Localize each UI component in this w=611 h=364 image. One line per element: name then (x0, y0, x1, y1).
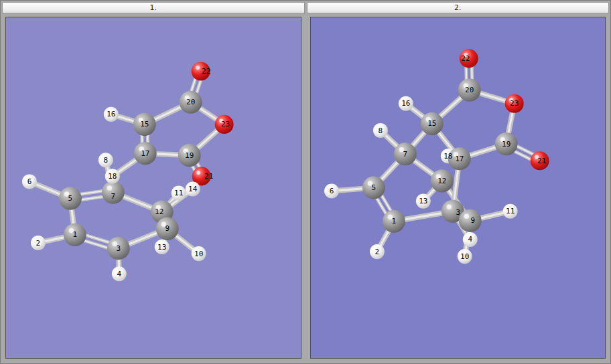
atom-label-8: 8 (104, 156, 109, 165)
atom-label-15: 15 (140, 120, 149, 128)
atom-label-16: 16 (401, 99, 410, 108)
atom-label-19: 19 (185, 151, 194, 160)
atom-label-2: 2 (36, 238, 41, 247)
panel-2-viewport[interactable]: 51712391518171920222321621681341011 (310, 17, 606, 359)
atom-label-9: 9 (470, 216, 475, 225)
atom-label-17: 17 (455, 155, 464, 163)
atom-label-12: 12 (155, 207, 163, 216)
atom-label-2: 2 (375, 248, 379, 256)
atom-label-22: 22 (461, 54, 470, 63)
atom-label-1: 1 (73, 230, 78, 239)
atom-label-20: 20 (465, 86, 474, 94)
panel-2-titlebar[interactable]: 2. (307, 2, 610, 13)
atom-label-18: 18 (444, 152, 452, 161)
atom-label-3: 3 (117, 244, 121, 253)
atom-label-16: 16 (107, 110, 115, 118)
app-window: 1. 5137129151720192223216241681813101114… (0, 0, 611, 364)
atom-label-1: 1 (391, 217, 396, 225)
atom-label-21: 21 (204, 172, 213, 181)
atom-label-21: 21 (537, 157, 545, 165)
atom-label-10: 10 (194, 250, 203, 258)
atom-label-23: 23 (510, 99, 519, 108)
panel-1-viewport-frame: 5137129151720192223216241681813101114 (2, 13, 305, 362)
atom-label-7: 7 (111, 192, 116, 201)
panel-2-title: 2. (454, 3, 462, 12)
panel-1-viewport[interactable]: 5137129151720192223216241681813101114 (5, 17, 301, 359)
specular-highlight (464, 214, 468, 219)
atom-label-9: 9 (165, 224, 169, 233)
atom-label-13: 13 (419, 197, 427, 205)
panel-2: 2. 51712391518171920222321621681341011 (307, 2, 610, 362)
atom-label-22: 22 (202, 67, 210, 76)
atom-label-23: 23 (221, 120, 230, 128)
atom-label-11: 11 (174, 189, 183, 197)
molecule-view-2[interactable]: 51712391518171920222321621681341011 (311, 17, 606, 358)
atom-label-14: 14 (188, 185, 198, 193)
specular-highlight (196, 66, 200, 70)
atom-label-6: 6 (27, 177, 32, 186)
atom-label-13: 13 (157, 243, 166, 252)
atom-label-11: 11 (506, 207, 515, 215)
atom-label-4: 4 (117, 270, 121, 278)
atom-label-20: 20 (186, 98, 195, 106)
atom-label-5: 5 (68, 194, 73, 203)
molecule-view-1[interactable]: 5137129151720192223216241681813101114 (6, 17, 301, 358)
atom-label-8: 8 (378, 126, 383, 134)
atom-label-7: 7 (403, 150, 407, 159)
panel-2-viewport-frame: 51712391518171920222321621681341011 (307, 13, 610, 362)
specular-highlight (196, 171, 200, 175)
atom-label-6: 6 (329, 187, 334, 195)
atom-label-17: 17 (141, 149, 149, 158)
atom-label-10: 10 (460, 252, 469, 261)
atom-label-15: 15 (427, 119, 436, 128)
atom-label-5: 5 (371, 183, 376, 192)
panel-1-title: 1. (150, 3, 157, 12)
panel-1: 1. 5137129151720192223216241681813101114 (2, 2, 305, 362)
atom-label-18: 18 (108, 172, 117, 181)
atom-label-19: 19 (502, 140, 511, 149)
atom-label-12: 12 (437, 177, 446, 185)
specular-highlight (107, 185, 112, 191)
atom-label-3: 3 (456, 208, 460, 217)
specular-highlight (446, 204, 451, 209)
atom-label-4: 4 (468, 235, 472, 244)
panel-1-titlebar[interactable]: 1. (2, 2, 305, 13)
